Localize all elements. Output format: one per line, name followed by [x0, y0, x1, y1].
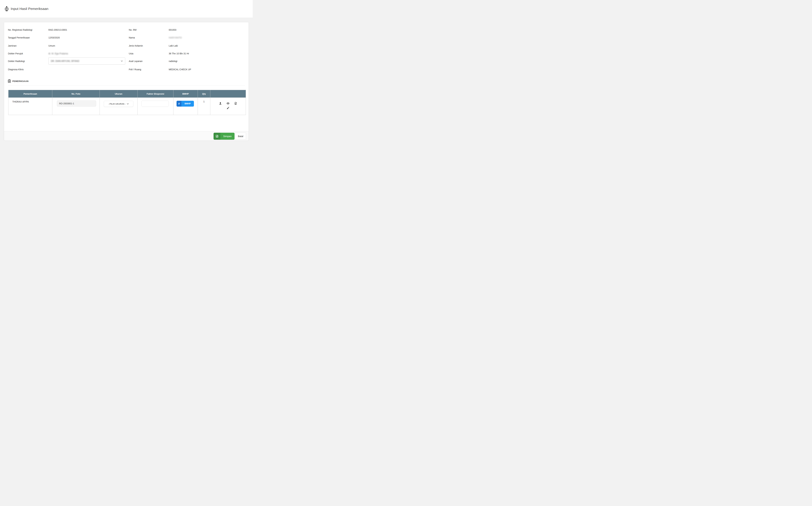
table-header-cell: No. Foto [52, 90, 100, 98]
pemeriksaan-table: Pemeriksaan No. Foto Ukuran Faktor Ekspo… [8, 90, 246, 115]
bmhp-count-badge: 0 [177, 101, 182, 106]
cell-bmhp: 0 BMHP [174, 98, 198, 115]
bmhp-button-label: BMHP [182, 101, 194, 106]
field-label: Diagnosa Klinis [8, 68, 24, 71]
field-value-redacted: HARIYANTO [169, 36, 182, 39]
simpan-button-label: Simpan [220, 133, 234, 140]
xray-scan-icon [5, 6, 9, 12]
field-label: No. RM [129, 28, 136, 31]
table-header-cell: Faktor Eksposisi [138, 90, 174, 98]
field-label: Asal Layanan [129, 60, 143, 63]
field-label: Nama [129, 36, 135, 39]
cell-actions [210, 98, 246, 115]
field-label: No. Registrasi Radiologi [8, 28, 32, 31]
field-value: 36 Thn 10 Bln 31 Hr [169, 52, 189, 55]
chevron-down-icon [127, 103, 129, 104]
field-value-redacted: dr. M. Ega Pratama [48, 52, 68, 55]
floppy-icon [214, 133, 220, 140]
field-value: radiologi [169, 60, 177, 63]
field-label: Dokter Radiologi [8, 60, 25, 63]
field-label: Poli / Ruang [129, 68, 141, 71]
field-label: Dokter Perujuk [8, 52, 23, 55]
field-label: Jaminan [8, 44, 16, 48]
faktor-eksposisi-input[interactable] [141, 101, 169, 107]
table-header-cell: Qty [198, 90, 210, 98]
table-header-cell: BMHP [174, 90, 198, 98]
field-value: 001003 [169, 28, 176, 31]
field-value: Laki-Laki [169, 44, 178, 48]
table-header-cell: Ukuran [100, 90, 138, 98]
table-row: THORAX AP/PA - PILIH UKURAN - [8, 98, 246, 115]
cell-qty: 1 [198, 98, 210, 115]
page-title: Input Hasil Pemeriksaan [11, 7, 48, 11]
field-value: RAD.200213.0001 [48, 28, 67, 31]
field-label: Jenis Kelamin [129, 44, 143, 48]
ukuran-select[interactable]: - PILIH UKURAN - [104, 101, 133, 107]
eye-icon[interactable] [226, 102, 229, 105]
section-title: PEMERIKSAAN [12, 80, 28, 82]
field-value: 12/03/2020 [48, 36, 60, 39]
table-header-cell: Pemeriksaan [8, 90, 52, 98]
cell-ukuran: - PILIH UKURAN - [100, 98, 138, 115]
bmhp-button[interactable]: 0 BMHP [177, 101, 194, 106]
dokter-radiologi-select[interactable]: DR. DIAN ARYUNI, SP.RAD [48, 58, 125, 65]
form-card: No. Registrasi Radiologi RAD.200213.0001… [4, 22, 249, 141]
no-foto-input[interactable] [57, 100, 96, 106]
table-header-row: Pemeriksaan No. Foto Ukuran Faktor Ekspo… [8, 90, 246, 98]
field-label: Usia [129, 52, 133, 55]
cell-pemeriksaan: THORAX AP/PA [8, 98, 52, 115]
simpan-button[interactable]: Simpan [214, 133, 234, 140]
dokter-radiologi-select-value: DR. DIAN ARYUNI, SP.RAD [51, 60, 79, 62]
pencil-icon[interactable] [226, 106, 229, 109]
card-footer [4, 131, 249, 141]
upload-icon[interactable] [219, 102, 222, 105]
table-header-cell [210, 90, 246, 98]
batal-button[interactable]: Batal [235, 133, 246, 140]
page-header: Input Hasil Pemeriksaan [0, 0, 253, 18]
chevron-down-icon [121, 60, 123, 62]
ukuran-select-value: - PILIH UKURAN - [108, 103, 126, 105]
cell-no-foto [52, 98, 100, 115]
qty-value: 1 [203, 98, 205, 103]
clipboard-icon [8, 79, 11, 83]
field-label: Tanggal Pemeriksaan [8, 36, 30, 39]
field-value: Umum [48, 44, 55, 48]
file-result-icon[interactable] [234, 102, 237, 105]
cell-faktor-eksposisi [138, 98, 174, 115]
field-value: MEDICAL CHECK UP [169, 68, 191, 71]
pemeriksaan-name: THORAX AP/PA [8, 98, 52, 103]
